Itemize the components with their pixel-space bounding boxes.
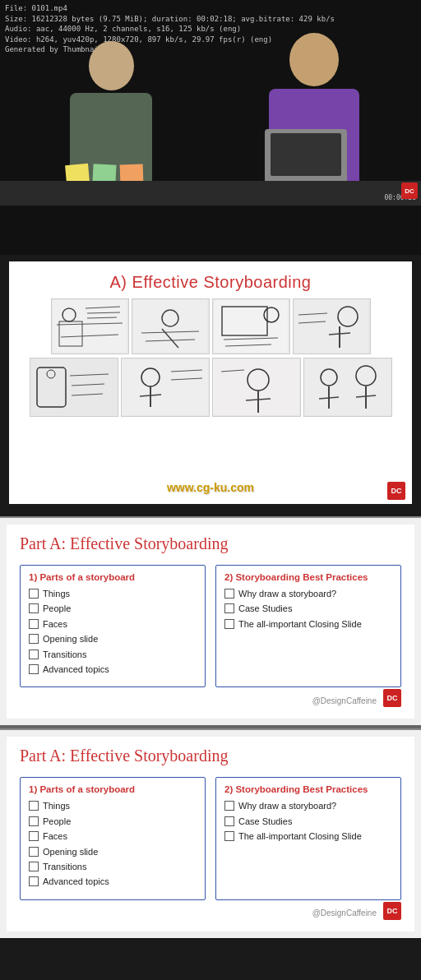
outline-heading-1: Part A: Effective Storyboarding <box>20 534 401 553</box>
sketch-svg-4 <box>294 300 368 353</box>
svg-rect-18 <box>294 300 368 353</box>
bullet-icon <box>29 619 39 629</box>
panel-8 <box>303 358 392 417</box>
storyboard-images <box>9 298 412 417</box>
sketch-svg-2 <box>133 300 207 353</box>
outline-columns-1: 1) Parts of a storyboard Things People F… <box>20 565 401 687</box>
list-item: Faces <box>29 618 197 631</box>
list-item: People <box>29 816 197 828</box>
item-label: Opening slide <box>43 846 98 858</box>
attribution-1: @DesignCaffeine <box>312 696 380 705</box>
item-label: The all-important Closing Slide <box>238 830 362 843</box>
outline-heading-2: Part A: Effective Storyboarding <box>20 747 401 765</box>
bullet-icon <box>29 876 39 886</box>
outline-inner-1: Part A: Effective Storyboarding 1) Parts… <box>7 525 414 719</box>
item-label: Transitions <box>43 649 86 661</box>
outline-col-3: 1) Parts of a storyboard Things People F… <box>20 777 206 899</box>
bullet-icon <box>29 649 39 659</box>
list-item: Opening slide <box>29 633 197 645</box>
video-background: File: 0101.mp4 Size: 16212328 bytes (9.7… <box>0 0 421 255</box>
bullet-icon <box>29 801 39 811</box>
list-item: Case Studies <box>224 816 392 828</box>
sketch-svg-6 <box>122 359 208 415</box>
slide-title: A) Effective Storyboarding <box>9 261 412 298</box>
person-right-head <box>289 33 339 86</box>
outline-columns-2: 1) Parts of a storyboard Things People F… <box>20 777 401 899</box>
panel-4 <box>293 298 371 354</box>
outline-logo-row-2: @DesignCaffeine DC <box>20 902 401 920</box>
list-item: Why draw a storyboard? <box>224 800 392 812</box>
outline-col-2: 2) Storyboarding Best Practices Why draw… <box>215 565 401 687</box>
attribution-2: @DesignCaffeine <box>312 908 380 918</box>
sticky-notes <box>66 164 143 183</box>
outline-col-1: 1) Parts of a storyboard Things People F… <box>20 565 206 687</box>
outline-col4-title: 2) Storyboarding Best Practices <box>224 784 392 794</box>
video-section: File: 0101.mp4 Size: 16212328 bytes (9.7… <box>0 0 421 255</box>
outline-col2-title: 2) Storyboarding Best Practices <box>224 572 392 582</box>
item-label: People <box>43 816 71 828</box>
outline-dce-logo-1: DC <box>383 689 401 707</box>
svg-rect-30 <box>122 359 208 415</box>
list-item: Case Studies <box>224 603 392 615</box>
list-item: Things <box>29 588 197 600</box>
svg-rect-41 <box>304 359 391 415</box>
item-label: Transitions <box>43 861 86 873</box>
bullet-icon <box>29 634 39 644</box>
panel-3 <box>212 298 290 354</box>
watermark: www.cg-ku.com <box>167 481 254 494</box>
sketch-svg-8 <box>304 359 391 415</box>
bullet-icon <box>29 847 39 857</box>
list-item: Faces <box>29 830 197 843</box>
outline-col-4: 2) Storyboarding Best Practices Why draw… <box>215 777 401 899</box>
list-item: The all-important Closing Slide <box>224 618 392 631</box>
item-label: Things <box>43 588 70 600</box>
sketch-svg-1 <box>53 300 127 353</box>
sketch-svg-5 <box>30 359 117 415</box>
item-label: Why draw a storyboard? <box>238 588 336 600</box>
svg-rect-36 <box>213 359 299 415</box>
item-label: Why draw a storyboard? <box>238 800 336 812</box>
video-dce-logo: DC <box>401 183 418 199</box>
list-item: Advanced topics <box>29 663 197 676</box>
bullet-icon <box>224 831 234 841</box>
item-label: The all-important Closing Slide <box>238 618 362 631</box>
slide-inner: A) Effective Storyboarding <box>9 261 412 504</box>
list-item: Transitions <box>29 649 197 661</box>
slide-dce-logo: DC <box>387 482 405 500</box>
item-label: Case Studies <box>238 603 292 615</box>
outline-inner-2: Part A: Effective Storyboarding 1) Parts… <box>7 737 414 931</box>
list-item: People <box>29 603 197 615</box>
list-item: Advanced topics <box>29 876 197 888</box>
laptop-screen <box>271 133 341 176</box>
bullet-icon <box>29 603 39 613</box>
panel-6 <box>121 358 210 417</box>
outline-section-1: Part A: Effective Storyboarding 1) Parts… <box>0 516 421 725</box>
bullet-icon <box>224 619 234 629</box>
bullet-icon <box>224 589 234 599</box>
item-label: Case Studies <box>238 816 292 828</box>
list-item: Opening slide <box>29 846 197 858</box>
storyboard-row-bottom <box>30 358 392 417</box>
bullet-icon <box>29 589 39 599</box>
item-label: Advanced topics <box>43 876 109 888</box>
desk-surface <box>0 181 421 206</box>
bullet-icon <box>29 664 39 674</box>
storyboard-row-top <box>51 298 371 354</box>
bullet-icon <box>224 816 234 826</box>
panel-5 <box>30 358 118 417</box>
item-label: Faces <box>43 618 67 631</box>
bullet-icon <box>224 801 234 811</box>
person-left-head <box>89 41 134 90</box>
list-item: Transitions <box>29 861 197 873</box>
sketch-svg-3 <box>214 300 288 353</box>
list-item: The all-important Closing Slide <box>224 830 392 843</box>
list-item: Things <box>29 800 197 812</box>
item-label: Things <box>43 800 70 812</box>
bullet-icon <box>29 831 39 841</box>
outline-dce-logo-2: DC <box>383 902 401 920</box>
slide-section: A) Effective Storyboarding <box>0 261 421 516</box>
sketch-svg-7 <box>213 359 299 415</box>
outline-section-2: Part A: Effective Storyboarding 1) Parts… <box>0 728 421 937</box>
panel-1 <box>51 298 129 354</box>
list-item: Why draw a storyboard? <box>224 588 392 600</box>
